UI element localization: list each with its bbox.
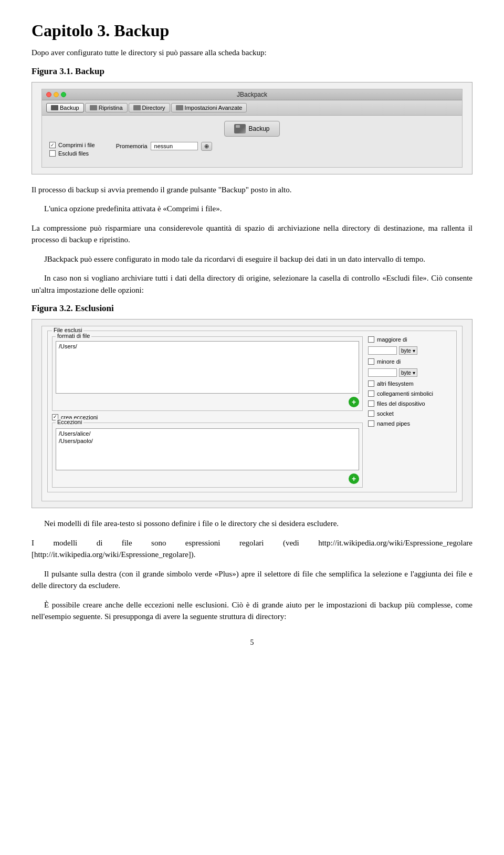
- close-button[interactable]: [46, 92, 51, 97]
- para3: La compressione può risparmiare una cons…: [32, 222, 472, 246]
- named-pipes-checkbox[interactable]: [368, 420, 374, 427]
- backup-button-label: Backup: [248, 125, 269, 132]
- maggiore-di-label: maggiore di: [377, 336, 407, 343]
- figure1-titlebar: JBackpack: [42, 89, 462, 100]
- socket-checkbox[interactable]: [368, 410, 374, 417]
- collegamenti-simbolici-row: collegamenti simbolici: [368, 390, 452, 397]
- para2: L'unica opzione predefinita attivata è «…: [32, 203, 472, 215]
- maximize-button[interactable]: [61, 92, 66, 97]
- promemoria-section: Promemoria ⊕: [116, 142, 212, 151]
- figure1-window: JBackpack Backup Ripristina Directory Im…: [41, 89, 463, 168]
- exclude-files-label: Escludi files: [58, 150, 89, 157]
- file-esclusi-main-row: formati di file /Users/ + crea eccezioni: [52, 336, 452, 488]
- promemoria-label: Promemoria: [116, 143, 148, 149]
- figure1-box: JBackpack Backup Ripristina Directory Im…: [32, 82, 472, 174]
- tab-directory[interactable]: Directory: [129, 103, 170, 112]
- backup-action-button[interactable]: Backup: [224, 121, 279, 137]
- tab-ripristina-label: Ripristina: [99, 105, 123, 111]
- minore-byte-unit: byte ▾: [399, 368, 417, 377]
- para1: Il processo di backup si avvia premendo …: [32, 184, 472, 196]
- para8: Il pulsante sulla destra (con il grande …: [32, 568, 472, 592]
- named-pipes-row: named pipes: [368, 420, 452, 427]
- minore-di-row: minore di: [368, 358, 452, 365]
- para7: I modelli di file sono espressioni regol…: [32, 537, 472, 561]
- tab-ripristina[interactable]: Ripristina: [85, 103, 128, 112]
- promemoria-input[interactable]: [151, 142, 198, 150]
- format-legend: formati di file: [56, 333, 91, 339]
- page-number: 5: [32, 638, 472, 647]
- socket-row: socket: [368, 410, 452, 417]
- compress-files-checkbox[interactable]: [49, 142, 56, 148]
- compress-files-row: Comprimi i file: [49, 142, 95, 148]
- format-listbox[interactable]: /Users/: [56, 341, 359, 394]
- maggiore-byte-row: byte ▾: [368, 346, 452, 355]
- minimize-button[interactable]: [54, 92, 59, 97]
- window-title: JBackpack: [42, 91, 462, 98]
- figure2-title: Figura 3.2. Esclusioni: [32, 303, 472, 314]
- files-dispositivo-label: files del dispositivo: [377, 400, 425, 407]
- maggiore-di-checkbox[interactable]: [368, 336, 374, 343]
- files-dispositivo-row: files del dispositivo: [368, 400, 452, 407]
- para6: Nei modelli di file area-testo si posson…: [32, 518, 472, 530]
- figure2-content: File esclusi formati di file /Users/ +: [41, 326, 463, 501]
- eccezioni-group: Eccezioni /Users/alice/ /Users/paolo/ +: [52, 423, 363, 488]
- socket-label: socket: [377, 410, 394, 417]
- window-controls: [46, 92, 66, 97]
- maggiore-byte-input[interactable]: [368, 346, 397, 355]
- collegamenti-simbolici-checkbox[interactable]: [368, 390, 374, 397]
- add-format-button[interactable]: +: [349, 397, 359, 407]
- intro-text: Dopo aver configurato tutte le directory…: [32, 47, 472, 59]
- tab-backup[interactable]: Backup: [46, 103, 84, 112]
- eccezioni-item-alice: /Users/alice/: [57, 430, 358, 437]
- altri-filesystem-label: altri filesystem: [377, 380, 414, 387]
- named-pipes-label: named pipes: [377, 420, 410, 427]
- para5: In caso non si vogliano archiviare tutti…: [32, 272, 472, 296]
- eccezioni-item-paolo: /Users/paolo/: [57, 437, 358, 445]
- para9: È possibile creare anche delle eccezioni…: [32, 599, 472, 623]
- exclude-files-row: Escludi files: [49, 150, 95, 157]
- figure1-options: Comprimi i file Escludi files Promemoria…: [49, 142, 455, 157]
- add-eccezioni-button[interactable]: +: [349, 473, 359, 484]
- maggiore-byte-unit: byte ▾: [399, 346, 417, 355]
- ripristina-tab-icon: [90, 105, 97, 110]
- tab-directory-label: Directory: [142, 105, 165, 111]
- crea-eccezioni-row: crea eccezioni: [52, 414, 363, 420]
- directory-tab-icon: [133, 105, 141, 110]
- tab-impostazioni[interactable]: Impostazioni Avanzate: [171, 103, 247, 112]
- file-esclusi-group: File esclusi formati di file /Users/ +: [47, 331, 457, 492]
- eccezioni-legend: Eccezioni: [56, 419, 83, 425]
- file-esclusi-left: formati di file /Users/ + crea eccezioni: [52, 336, 363, 488]
- backup-icon: [234, 124, 246, 133]
- figure1-title: Figura 3.1. Backup: [32, 66, 472, 77]
- minore-byte-row: byte ▾: [368, 368, 452, 377]
- files-dispositivo-checkbox[interactable]: [368, 400, 374, 407]
- eccezioni-listbox[interactable]: /Users/alice/ /Users/paolo/: [56, 428, 359, 470]
- para4: JBackpack può essere configurato in modo…: [32, 253, 472, 265]
- file-esclusi-right: maggiore di byte ▾ minore di byte ▾: [368, 336, 452, 488]
- exclude-files-checkbox[interactable]: [49, 150, 56, 157]
- minore-byte-input[interactable]: [368, 368, 397, 377]
- promemoria-button[interactable]: ⊕: [201, 142, 212, 151]
- figure2-box: File esclusi formati di file /Users/ +: [32, 319, 472, 508]
- compress-files-label: Comprimi i file: [58, 142, 95, 148]
- altri-filesystem-row: altri filesystem: [368, 380, 452, 387]
- figure1-checkboxes: Comprimi i file Escludi files: [49, 142, 95, 157]
- tab-impostazioni-label: Impostazioni Avanzate: [185, 105, 243, 111]
- impostazioni-tab-icon: [176, 105, 183, 110]
- format-group: formati di file /Users/ +: [52, 336, 363, 411]
- altri-filesystem-checkbox[interactable]: [368, 380, 374, 387]
- minore-di-checkbox[interactable]: [368, 358, 374, 365]
- backup-tab-icon: [51, 105, 58, 110]
- minore-di-label: minore di: [377, 358, 401, 365]
- figure1-toolbar: Backup Ripristina Directory Impostazioni…: [42, 100, 462, 116]
- maggiore-di-row: maggiore di: [368, 336, 452, 343]
- format-listbox-item: /Users/: [57, 343, 358, 350]
- figure1-content: Backup Comprimi i file Escludi files Pro…: [42, 116, 462, 160]
- chapter-heading: Capitolo 3. Backup: [32, 21, 472, 40]
- tab-backup-label: Backup: [60, 105, 79, 111]
- collegamenti-simbolici-label: collegamenti simbolici: [377, 390, 433, 397]
